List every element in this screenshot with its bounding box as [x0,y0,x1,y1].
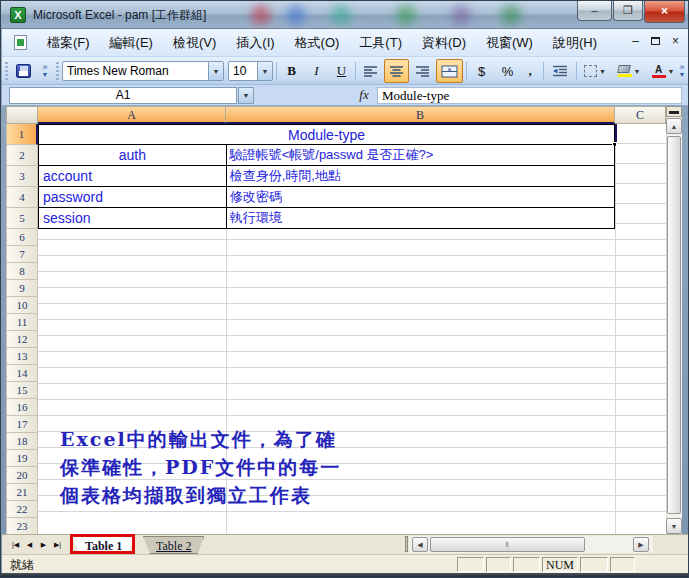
scroll-right-icon[interactable]: ▶ [633,537,649,552]
cell-a3[interactable]: account [39,166,227,187]
menu-item[interactable]: 視窗(W) [476,30,543,56]
row-header-22[interactable]: 22 [6,501,38,518]
column-header-c[interactable]: C [615,106,666,124]
last-sheet-icon[interactable]: ▶| [51,538,64,552]
scroll-down-icon[interactable]: ▼ [666,518,682,534]
decrease-indent-button[interactable] [547,59,573,83]
name-box-dropdown-icon[interactable]: ▼ [238,87,254,104]
align-center-button[interactable] [384,59,409,83]
grid-row [38,304,666,320]
align-left-button[interactable] [358,59,383,83]
currency-button[interactable]: $ [469,59,494,83]
font-name-combo[interactable]: Times New Roman ▼ [62,61,224,81]
column-header-a[interactable]: A [38,106,226,124]
fill-color-dropdown[interactable]: ▼ [614,59,644,83]
cell-b3[interactable]: 檢查身份,時間,地點 [227,166,615,187]
row-header-3[interactable]: 3 [6,166,38,187]
worksheet-grid[interactable]: Module-type auth驗證帳號<帳號/passwd 是否正確?>acc… [38,124,666,534]
row-header-17[interactable]: 17 [6,416,38,433]
status-pane [610,557,635,572]
menu-item[interactable]: 格式(O) [285,30,350,56]
italic-button[interactable]: I [304,59,329,83]
cell-b4[interactable]: 修改密碼 [227,187,615,208]
workbook-restore-icon[interactable] [651,37,660,45]
row-header-7[interactable]: 7 [6,246,38,263]
cell-a4[interactable]: password [39,187,227,208]
next-sheet-icon[interactable]: ▶ [37,538,50,552]
cell-a2[interactable]: auth [39,145,227,166]
row-header-18[interactable]: 18 [6,433,38,450]
percent-button[interactable]: % [495,59,520,83]
row-header-5[interactable]: 5 [6,208,38,229]
dropdown-arrow-icon[interactable]: ▼ [208,62,223,80]
toolbar-grip[interactable] [56,62,59,80]
scroll-left-icon[interactable]: ◀ [412,537,428,552]
row-header-12[interactable]: 12 [6,331,38,348]
row-header-11[interactable]: 11 [6,314,38,331]
row-header-23[interactable]: 23 [6,518,38,534]
row-header-13[interactable]: 13 [6,348,38,365]
scroll-up-icon[interactable]: ▲ [666,118,682,134]
row-header-6[interactable]: 6 [6,229,38,246]
font-size-combo[interactable]: 10 ▼ [228,61,273,81]
toolbar-options-chevron[interactable]: »▼ [38,59,52,83]
workbook-close-icon[interactable]: × [672,34,679,48]
row-header-21[interactable]: 21 [6,484,38,501]
menu-item[interactable]: 插入(I) [226,30,284,56]
toolbar-overflow-chevron[interactable]: »▼ [676,59,688,83]
prev-sheet-icon[interactable]: ◀ [23,538,36,552]
align-right-button[interactable] [410,59,435,83]
comma-style-button[interactable]: , [520,59,540,83]
row-header-9[interactable]: 9 [6,280,38,297]
title-bar[interactable]: X Microsoft Excel - pam [工作群組] – ❐ × [1,1,689,29]
table-rows: auth驗證帳號<帳號/passwd 是否正確?>account檢查身份,時間,… [38,145,615,229]
formula-input[interactable]: Module-type [377,87,682,104]
menu-item[interactable]: 檔案(F) [37,30,100,56]
row-header-14[interactable]: 14 [6,365,38,382]
row-header-20[interactable]: 20 [6,467,38,484]
bold-button[interactable]: B [279,59,304,83]
row-header-16[interactable]: 16 [6,399,38,416]
cell-b5[interactable]: 執行環境 [227,208,615,229]
toolbar-separator [543,62,544,80]
row-header-1[interactable]: 1 [6,124,38,145]
menu-item[interactable]: 檢視(V) [163,30,226,56]
first-sheet-icon[interactable]: |◀ [9,538,22,552]
underline-button[interactable]: U [329,59,354,83]
save-button[interactable] [10,59,36,83]
menu-item[interactable]: 說明(H) [543,30,607,56]
cell-b2[interactable]: 驗證帳號<帳號/passwd 是否正確?> [227,145,615,166]
dropdown-arrow-icon[interactable]: ▼ [257,62,272,80]
vertical-scroll-thumb[interactable] [667,136,681,514]
row-header-19[interactable]: 19 [6,450,38,467]
maximize-button[interactable]: ❐ [613,1,643,21]
sheet-tab-table-2[interactable]: Table 2 [143,536,204,554]
split-handle[interactable] [666,106,682,117]
row-header-15[interactable]: 15 [6,382,38,399]
toolbar-grip[interactable] [5,62,8,80]
name-box[interactable]: A1 [9,87,237,104]
workbook-icon[interactable] [14,35,27,50]
horizontal-scroll-thumb[interactable]: ⦀ [430,537,585,552]
merged-cell-a1-b1[interactable]: Module-type [38,124,615,145]
row-header-10[interactable]: 10 [6,297,38,314]
merge-center-button[interactable]: a [436,59,463,83]
close-button[interactable]: × [644,1,685,23]
workbook-minimize-icon[interactable]: – [632,34,639,48]
annotation-line: 個表格均擷取到獨立工作表 [60,481,341,509]
menu-item[interactable]: 編輯(E) [100,30,163,56]
select-all-corner[interactable] [6,106,38,124]
row-header-4[interactable]: 4 [6,187,38,208]
column-header-b[interactable]: B [226,106,615,124]
font-color-dropdown[interactable]: A▼ [648,59,678,83]
excel-app-icon: X [10,7,26,23]
insert-function-button[interactable]: fx [354,87,374,104]
minimize-button[interactable]: – [577,1,612,21]
menu-item[interactable]: 工具(T) [349,30,412,56]
row-header-2[interactable]: 2 [6,145,38,166]
cell-a5[interactable]: session [39,208,227,229]
borders-dropdown[interactable]: ▼ [580,59,610,83]
menu-item[interactable]: 資料(D) [412,30,476,56]
row-header-8[interactable]: 8 [6,263,38,280]
tab-split-handle[interactable] [405,536,408,552]
